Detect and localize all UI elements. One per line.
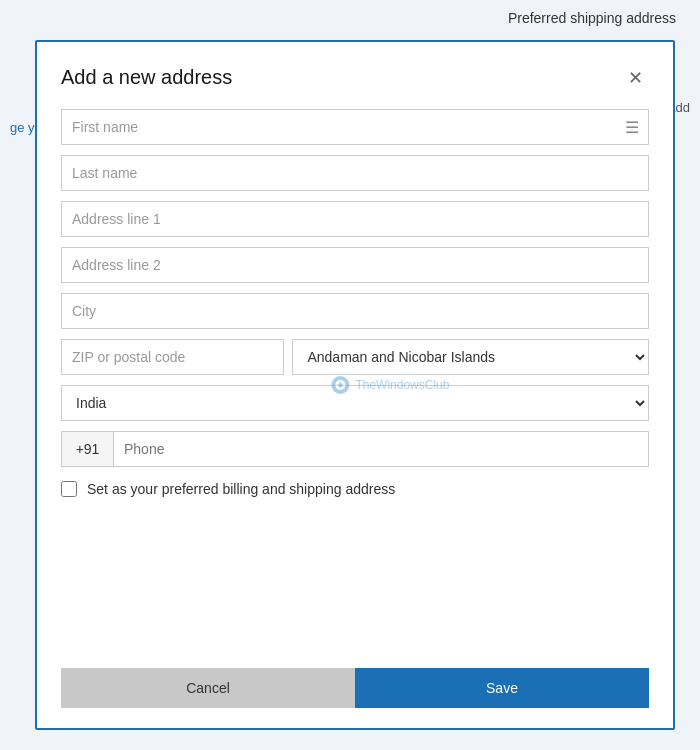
billing-address-checkbox[interactable]	[61, 481, 77, 497]
address-line1-input[interactable]	[61, 201, 649, 237]
name-icon: ☰	[625, 118, 639, 137]
address-line2-group	[61, 247, 649, 283]
close-button[interactable]: ✕	[622, 67, 649, 89]
first-name-input[interactable]	[61, 109, 649, 145]
cancel-button[interactable]: Cancel	[61, 668, 355, 708]
checkbox-row: Set as your preferred billing and shippi…	[61, 481, 649, 497]
button-row: Cancel Save	[61, 668, 649, 708]
checkbox-label[interactable]: Set as your preferred billing and shippi…	[87, 481, 395, 497]
modal-title: Add a new address	[61, 66, 232, 89]
address-line1-group	[61, 201, 649, 237]
state-group: Andaman and Nicobar IslandsAndhra Prades…	[292, 339, 649, 375]
modal-header: Add a new address ✕	[61, 66, 649, 89]
zip-state-row: Andaman and Nicobar IslandsAndhra Prades…	[61, 339, 649, 375]
last-name-input[interactable]	[61, 155, 649, 191]
phone-row: +91	[61, 431, 649, 467]
save-button[interactable]: Save	[355, 668, 649, 708]
city-group	[61, 293, 649, 329]
page-title: Preferred shipping address	[508, 10, 676, 26]
modal-container: Add a new address ✕ ☰ Andaman and Nicoba…	[35, 40, 675, 730]
country-group: IndiaUnited StatesUnited KingdomCanadaAu…	[61, 385, 649, 421]
city-input[interactable]	[61, 293, 649, 329]
top-bar: Preferred shipping address	[0, 0, 700, 36]
zip-group	[61, 339, 284, 375]
country-select[interactable]: IndiaUnited StatesUnited KingdomCanadaAu…	[61, 385, 649, 421]
state-select[interactable]: Andaman and Nicobar IslandsAndhra Prades…	[292, 339, 649, 375]
zip-input[interactable]	[61, 339, 284, 375]
last-name-group	[61, 155, 649, 191]
phone-prefix: +91	[61, 431, 113, 467]
address-line2-input[interactable]	[61, 247, 649, 283]
phone-input[interactable]	[113, 431, 649, 467]
first-name-group: ☰	[61, 109, 649, 145]
